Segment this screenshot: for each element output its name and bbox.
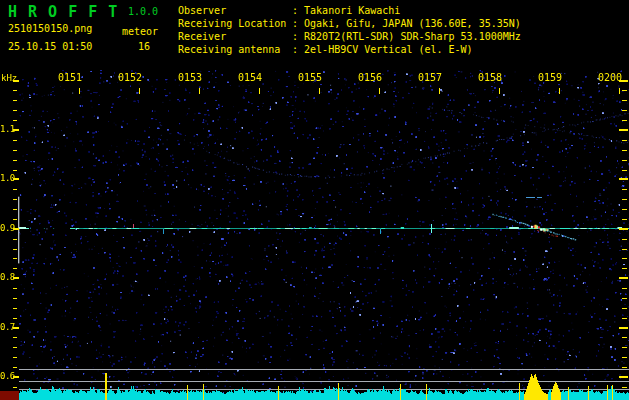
station-info-label: Observer xyxy=(178,4,292,17)
mode-label: meteor xyxy=(122,26,158,37)
app-version: 1.0.0 xyxy=(128,6,158,17)
echo-count: 16 xyxy=(138,41,150,52)
station-info: Observer: Takanori KawachiReceiving Loca… xyxy=(178,4,521,56)
output-filename: 2510150150.png xyxy=(8,23,92,34)
station-info-label: Receiving Location xyxy=(178,17,292,30)
station-info-value: R820T2(RTL-SDR) SDR-Sharp 53.1000MHz xyxy=(304,31,521,42)
station-info-row: Receiver: R820T2(RTL-SDR) SDR-Sharp 53.1… xyxy=(178,30,521,43)
station-info-row: Receiving antenna: 2el-HB9CV Vertical (e… xyxy=(178,43,521,56)
spectrogram-canvas xyxy=(0,70,629,400)
app-title: H R O F F T xyxy=(8,3,118,21)
station-info-value: Takanori Kawachi xyxy=(304,5,400,16)
hrofft-screen: H R O F F T 1.0.0 2510150150.png meteor … xyxy=(0,0,629,400)
station-info-separator: : xyxy=(292,44,304,55)
station-info-label: Receiving antenna xyxy=(178,43,292,56)
observation-datetime: 25.10.15 01:50 xyxy=(8,41,92,52)
station-info-row: Observer: Takanori Kawachi xyxy=(178,4,521,17)
station-info-value: 2el-HB9CV Vertical (el. E-W) xyxy=(304,44,473,55)
station-info-separator: : xyxy=(292,5,304,16)
station-info-row: Receiving Location: Ogaki, Gifu, JAPAN (… xyxy=(178,17,521,30)
station-info-label: Receiver xyxy=(178,30,292,43)
station-info-separator: : xyxy=(292,18,304,29)
station-info-value: Ogaki, Gifu, JAPAN (136.60E, 35.35N) xyxy=(304,18,521,29)
station-info-separator: : xyxy=(292,31,304,42)
